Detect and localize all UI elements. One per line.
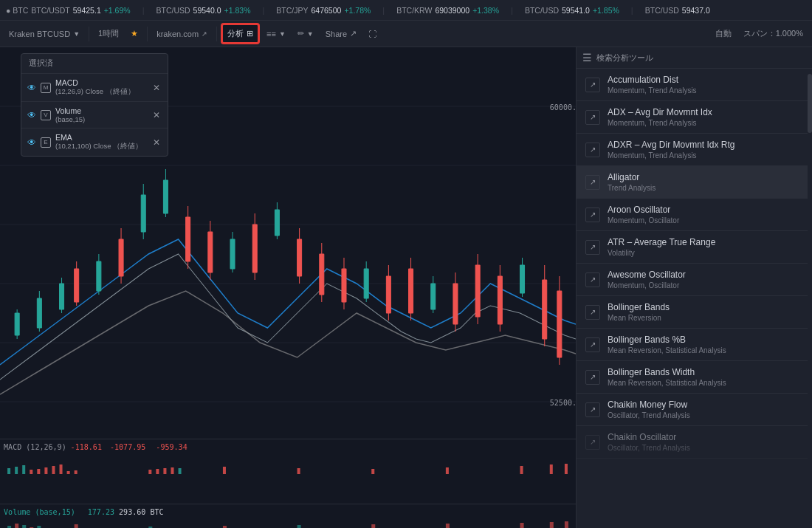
svg-text:177.23: 177.23 (88, 508, 114, 516)
auto-button[interactable]: 自動 (711, 25, 736, 42)
ticker-pair-6: BTC/USD (645, 6, 679, 15)
ticker-item-btcusd-1[interactable]: BTC/USD 59540.0 +1.83% (156, 6, 251, 15)
ticker-price-4: 69039000 (435, 6, 469, 15)
interval-selector[interactable]: 1時間 (94, 25, 123, 42)
ema-visibility-icon[interactable]: 👁 (27, 137, 36, 148)
ticker-pair: BTC/USDT (31, 6, 70, 15)
indicator-tools-button[interactable]: ≡≡ ▼ (262, 27, 290, 41)
svg-rect-86 (565, 464, 568, 474)
adx-icon: ↗ (585, 110, 600, 125)
bb-width-icon: ↗ (585, 370, 600, 385)
bb-pct-name: Bollinger Bands %B (608, 335, 726, 345)
span-selector[interactable]: スパン：1.000% (739, 25, 808, 42)
span-label: スパン：1.000% (743, 28, 803, 39)
ticker-item-btcusd-2[interactable]: BTC/USD 59541.0 +1.85% (525, 6, 619, 15)
cmf-text: Chaikin Money Flow Oscillator, Trend Ana… (608, 400, 690, 419)
list-item-adxr[interactable]: ↗ ADXR – Avg Dir Movmnt Idx Rtg Momentum… (577, 134, 812, 166)
indicator-row-ema[interactable]: 👁 E EMA (10,21,100) Close （終値） ✕ (21, 128, 168, 156)
symbol-label: Kraken BTCUSD (9, 30, 70, 38)
chart-area[interactable]: 60000.0 52500.0 MACD (12,26,9) -118.61 -… (0, 47, 576, 528)
list-item-atr[interactable]: ↗ ATR – Average True Range Volatility (577, 231, 812, 264)
ticker-sep-4: | (511, 6, 513, 15)
bb-width-text: Bollinger Bands Width Mean Reversion, St… (608, 367, 726, 387)
accumulation-dist-icon: ↗ (585, 78, 600, 92)
svg-rect-104 (565, 521, 568, 528)
volume-params: (base,15) (55, 115, 147, 123)
analyze-button[interactable]: 分析 ⊞ (221, 24, 259, 44)
svg-rect-93 (22, 525, 26, 528)
svg-rect-77 (163, 468, 166, 474)
list-item-bb-width[interactable]: ↗ Bollinger Bands Width Mean Reversion, … (577, 361, 812, 394)
indicator-row-macd[interactable]: 👁 M MACD (12,26,9) Close （終値） ✕ (21, 74, 168, 102)
toolbar-sep-2 (147, 27, 148, 41)
volume-close-button[interactable]: ✕ (151, 110, 162, 120)
volume-icon-box: V (41, 110, 51, 120)
volume-name: Volume (55, 106, 147, 115)
bb-pct-icon: ↗ (585, 337, 600, 352)
svg-rect-99 (297, 525, 301, 528)
adxr-sub: Momentum, Trend Analysis (608, 151, 735, 160)
adxr-icon: ↗ (585, 143, 600, 157)
symbol-selector[interactable]: Kraken BTCUSD ▼ (4, 27, 84, 41)
ema-params: (10,21,100) Close （終値） (55, 142, 147, 151)
scrollbar-thumb[interactable] (808, 74, 812, 133)
cmf-sub: Oscillator, Trend Analysis (608, 411, 690, 419)
svg-rect-79 (179, 468, 182, 474)
alligator-name: Alligator (608, 172, 656, 182)
indicator-row-volume[interactable]: 👁 V Volume (base,15) ✕ (21, 102, 168, 128)
svg-rect-65 (7, 468, 10, 474)
filter-icon[interactable]: ☰ (582, 52, 592, 64)
website-label: kraken.com (156, 30, 199, 38)
search-input[interactable] (596, 53, 806, 62)
ticker-item-btcusd-3[interactable]: BTC/USD 59437.0 (645, 6, 710, 15)
list-item-aroon[interactable]: ↗ Aroon Oscillator Momentum, Oscillator (577, 199, 812, 231)
ema-close-button[interactable]: ✕ (151, 137, 162, 148)
volume-visibility-icon[interactable]: 👁 (27, 110, 36, 120)
ticker-item-btcusdt[interactable]: ● BTC BTC/USDT 59425.1 +1.69% (6, 6, 131, 15)
macd-visibility-icon[interactable]: 👁 (27, 83, 36, 93)
ticker-item-btcjpy[interactable]: BTC/JPY 6476500 +1.78% (276, 6, 371, 15)
aroon-sub: Momentum, Oscillator (608, 216, 679, 224)
awesome-sub: Momentum, Oscillator (608, 281, 686, 289)
svg-text:293.60 BTC: 293.60 BTC (119, 508, 164, 516)
ticker-pair-4: BTC/KRW (396, 6, 432, 15)
aroon-text: Aroon Oscillator Momentum, Oscillator (608, 205, 679, 224)
alligator-text: Alligator Trend Analysis (608, 172, 656, 192)
alligator-icon: ↗ (585, 175, 600, 190)
list-item-chaikin-osc[interactable]: ↗ Chaikin Oscillator Oscillator, Trend A… (577, 426, 812, 459)
adx-sub: Momentum, Trend Analysis (608, 119, 712, 127)
website-link[interactable]: kraken.com ↗ (152, 27, 212, 41)
main-layout: 60000.0 52500.0 MACD (12,26,9) -118.61 -… (0, 47, 812, 528)
bb-name: Bollinger Bands (608, 302, 670, 312)
atr-sub: Volatility (608, 249, 715, 257)
macd-close-button[interactable]: ✕ (151, 83, 162, 93)
svg-rect-80 (223, 467, 226, 474)
list-item-bb-pct[interactable]: ↗ Bollinger Bands %B Mean Reversion, Sta… (577, 329, 812, 361)
list-item-awesome[interactable]: ↗ Awesome Oscillator Momentum, Oscillato… (577, 264, 812, 296)
list-item-adx[interactable]: ↗ ADX – Avg Dir Movmnt Idx Momentum, Tre… (577, 101, 812, 134)
list-item-alligator[interactable]: ↗ Alligator Trend Analysis (577, 166, 812, 199)
ticker-item-btckrw[interactable]: BTC/KRW 69039000 +1.38% (396, 6, 499, 15)
search-bar: ☰ (577, 47, 812, 69)
ticker-change: +1.69% (104, 6, 131, 15)
ticker-pair-3: BTC/JPY (276, 6, 308, 15)
awesome-icon: ↗ (585, 272, 600, 287)
list-item-cmf[interactable]: ↗ Chaikin Money Flow Oscillator, Trend A… (577, 394, 812, 426)
favorites-button[interactable]: ★ (126, 26, 142, 41)
svg-rect-85 (550, 464, 553, 474)
svg-text:Volume (base,15): Volume (base,15) (4, 508, 75, 516)
ticker-change-5: +1.85% (593, 6, 619, 15)
share-button[interactable]: Share ↗ (321, 26, 361, 41)
svg-rect-69 (37, 469, 40, 474)
star-icon: ★ (131, 29, 138, 38)
svg-rect-75 (148, 470, 151, 474)
adxr-text: ADXR – Avg Dir Movmnt Idx Rtg Momentum, … (608, 140, 735, 160)
draw-tools-button[interactable]: ✏ ▼ (293, 26, 318, 41)
scrollbar-track[interactable] (808, 74, 812, 528)
list-item-accumulation-dist[interactable]: ↗ Accumulation Dist Momentum, Trend Anal… (577, 69, 812, 101)
svg-rect-70 (44, 467, 47, 474)
svg-rect-96 (75, 524, 78, 528)
list-item-bb[interactable]: ↗ Bollinger Bands Mean Reversion (577, 296, 812, 329)
fullscreen-button[interactable]: ⛶ (364, 27, 381, 41)
ticker-pair-2: BTC/USD (156, 6, 190, 15)
